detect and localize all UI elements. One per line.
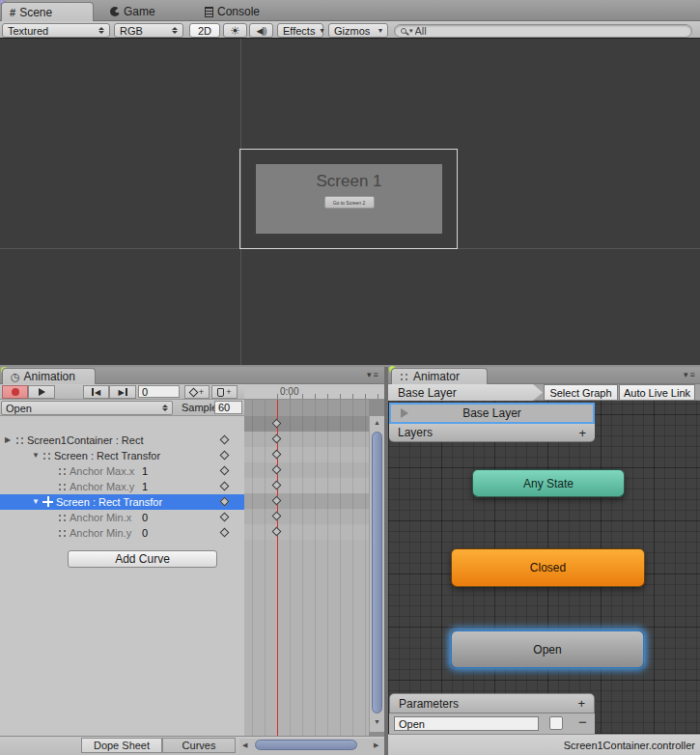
animation-toolbar: ◀ ▶ + + [0, 384, 244, 400]
gizmos-label: Gizmos [334, 25, 370, 37]
tab-console[interactable]: Console [199, 2, 266, 21]
play-icon [39, 388, 45, 396]
dropdown-arrows-icon [162, 405, 168, 411]
scroll-left-icon[interactable]: ◀ [242, 741, 247, 749]
foldout-open-icon[interactable]: ▼ [32, 451, 40, 460]
tab-dope-sheet[interactable]: Dope Sheet [81, 738, 162, 753]
add-layer-button[interactable]: + [578, 426, 586, 440]
add-event-button[interactable]: + [211, 385, 238, 399]
menu-icon: ≡ [374, 370, 378, 379]
keyframe-indicator-icon[interactable] [220, 451, 230, 461]
tab-game[interactable]: Game [104, 2, 161, 21]
dopesheet-timeline[interactable] [244, 400, 369, 736]
tab-animation[interactable]: ◷ Animation [2, 368, 96, 384]
timeline-vertical-scrollbar[interactable]: ▲ ▼ [369, 416, 384, 732]
tab-scene-label: Scene [19, 6, 52, 19]
keyframe-indicator-icon[interactable] [220, 497, 230, 507]
state-node-closed[interactable]: Closed [451, 548, 645, 587]
view-tabbar: # Scene Game Console [0, 0, 700, 21]
ruler-ticks [277, 394, 383, 399]
add-keyframe-icon [188, 387, 198, 397]
state-node-open-selected[interactable]: Open [451, 630, 644, 668]
anim-row-anchor-max-y[interactable]: Anchor Max.y 1 [0, 479, 244, 494]
remove-parameter-button[interactable]: − [578, 713, 587, 730]
foldout-closed-icon[interactable]: ▶ [5, 435, 11, 444]
screen1-panel[interactable]: Screen 1 Go to Screen 2 [256, 164, 442, 234]
play-button[interactable] [28, 385, 55, 399]
layers-header[interactable]: Layers + [389, 424, 595, 442]
select-graph-button[interactable]: Select Graph [544, 384, 618, 401]
record-icon [12, 388, 19, 396]
keyframe-indicator-icon[interactable] [220, 528, 230, 538]
anim-row-anchor-min-y[interactable]: Anchor Min.y 0 [0, 525, 244, 541]
render-channel-label: RGB [120, 25, 143, 37]
chevron-down-icon: ▾ [367, 370, 372, 379]
keyframe-indicator-icon[interactable] [220, 482, 230, 491]
scene-search-field[interactable]: ▾ [394, 24, 692, 38]
anim-row-screen1container[interactable]: ▶ Screen1Container : Rect [0, 433, 244, 448]
anim-row-screen-recttransform-1[interactable]: ▼ Screen : Rect Transfor [0, 448, 244, 463]
animator-states-icon [400, 372, 409, 381]
parameter-name-input[interactable] [394, 716, 539, 731]
breadcrumb-base-layer[interactable]: Base Layer [388, 384, 543, 401]
scroll-right-icon[interactable]: ▶ [374, 741, 378, 749]
tab-animation-label: Animation [24, 370, 75, 383]
animator-panel-menu[interactable]: ▾ ≡ [684, 370, 695, 379]
clock-icon: ◷ [11, 371, 20, 383]
keyframe-indicator-icon[interactable] [220, 513, 230, 522]
effects-dropdown[interactable]: Effects ▾ [277, 23, 323, 38]
shading-mode-dropdown[interactable]: Textured [2, 23, 110, 38]
sample-input[interactable] [214, 401, 242, 414]
scroll-down-icon[interactable]: ▼ [374, 718, 380, 725]
record-button[interactable] [2, 385, 28, 399]
controller-path-label: Screen1Container.controller [564, 740, 695, 751]
layer-item-base-layer[interactable]: Base Layer [389, 403, 595, 424]
anim-row-anchor-min-x[interactable]: Anchor Min.x 0 [0, 510, 244, 525]
animator-graph[interactable]: Base Layer Layers + Any State Closed Ope… [388, 401, 700, 734]
gizmos-dropdown[interactable]: Gizmos ▾ [328, 23, 388, 38]
audio-toggle[interactable]: ◀)) [249, 23, 273, 38]
parameters-header[interactable]: Parameters + [389, 693, 595, 713]
chevron-down-icon: ▾ [378, 26, 382, 35]
keyframe-indicator-icon[interactable] [220, 435, 230, 445]
vertical-scroll-thumb[interactable] [372, 432, 382, 713]
foldout-open-icon[interactable]: ▼ [32, 497, 40, 506]
state-node-any-state[interactable]: Any State [472, 469, 625, 497]
add-curve-button[interactable]: Add Curve [68, 550, 217, 568]
scroll-up-icon[interactable]: ▲ [374, 419, 380, 426]
tab-scene[interactable]: # Scene [1, 2, 94, 21]
frame-input[interactable] [138, 385, 180, 398]
timeline-horizontal-scrollbar[interactable]: ◀ ▶ [239, 739, 384, 752]
effects-label: Effects [283, 25, 315, 37]
prev-key-icon [92, 388, 94, 396]
horizontal-scroll-thumb[interactable] [255, 740, 357, 750]
tab-curves[interactable]: Curves [162, 738, 236, 753]
timeline-ruler[interactable]: 0:00 [244, 384, 384, 400]
render-channel-dropdown[interactable]: RGB [114, 23, 183, 38]
scene-toolbar: Textured RGB 2D ☀ ◀)) Effects ▾ Gizmos ▾ [0, 21, 700, 39]
tab-console-label: Console [217, 5, 260, 18]
next-key-button[interactable]: ▶ [109, 385, 136, 399]
add-parameter-button[interactable]: + [577, 696, 585, 711]
parameter-bool-checkbox[interactable] [549, 716, 563, 730]
keyframe-indicator-icon[interactable] [220, 466, 230, 476]
add-keyframe-button[interactable]: + [184, 385, 210, 399]
rect-transform-icon [58, 528, 68, 538]
anim-row-anchor-max-x[interactable]: Anchor Max.x 1 [0, 463, 244, 479]
anim-row-screen-recttransform-2-selected[interactable]: ▼ Screen : Rect Transfor [0, 494, 244, 510]
search-input[interactable] [415, 25, 676, 37]
rect-transform-icon [58, 482, 68, 491]
clip-dropdown[interactable]: Open [1, 401, 173, 415]
lighting-toggle[interactable]: ☀ [223, 23, 247, 38]
sample-label: Sample [182, 402, 217, 413]
animation-panel-menu[interactable]: ▾ ≡ [367, 370, 378, 379]
2d-toggle[interactable]: 2D [189, 23, 220, 38]
screen1-button[interactable]: Go to Screen 2 [324, 196, 375, 209]
chevron-down-icon: ▾ [684, 370, 688, 379]
tab-animator[interactable]: Animator [391, 368, 488, 384]
2d-toggle-label: 2D [198, 25, 211, 37]
scene-viewport[interactable]: Screen 1 Go to Screen 2 [0, 39, 700, 365]
auto-live-link-button[interactable]: Auto Live Link [619, 384, 695, 401]
chevron-down-icon: ▾ [320, 26, 323, 35]
prev-key-button[interactable]: ◀ [83, 385, 109, 399]
